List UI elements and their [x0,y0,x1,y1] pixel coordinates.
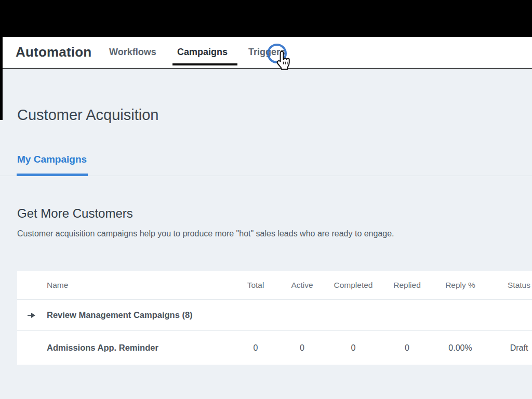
column-header-status: Status [487,281,532,290]
campaign-reply-pct: 0.00% [433,343,487,353]
campaign-name: Admissions App. Reminder [47,343,158,352]
tab-campaigns[interactable]: Campaigns [177,47,228,58]
campaign-name-cell: Admissions App. Reminder [17,343,233,353]
tab-workflows[interactable]: Workflows [109,47,156,58]
section-description: Customer acquisition campaigns help you … [17,229,394,238]
column-header-name: Name [17,281,233,290]
campaign-completed: 0 [326,343,381,353]
app-screen: Automation Workflows Campaigns Triggers … [0,0,532,399]
campaign-total: 0 [233,343,278,353]
section-title: Get More Customers [17,206,133,221]
column-header-reply-pct: Reply % [433,281,487,290]
table-header-row: Name Total Active Completed Replied Repl… [17,271,532,300]
app-title: Automation [16,44,91,60]
campaign-active: 0 [278,343,326,353]
column-header-active: Active [278,281,326,290]
column-header-total: Total [233,281,278,290]
group-row-name-cell: Review Management Campaigns (8) [17,310,233,320]
top-navigation-bar: Automation Workflows Campaigns Triggers [0,37,532,68]
campaign-replied: 0 [381,343,433,353]
column-header-replied: Replied [381,281,433,290]
active-tab-underline [172,63,237,65]
page-title: Customer Acquisition [17,107,158,124]
column-header-completed: Completed [326,281,381,290]
table-row[interactable]: Admissions App. Reminder 0 0 0 0 0.00% D… [17,331,532,365]
tab-triggers[interactable]: Triggers [248,47,285,58]
campaign-status-badge: Draft [487,343,532,353]
group-row-label: Review Management Campaigns (8) [47,310,193,320]
subtab-active-underline [17,174,88,176]
subtab-my-campaigns[interactable]: My Campaigns [17,154,87,165]
left-edge-strip [0,37,3,120]
campaigns-table: Name Total Active Completed Replied Repl… [17,271,532,365]
table-group-row[interactable]: Review Management Campaigns (8) [17,300,532,331]
collapsed-right-arrow-icon[interactable] [28,312,35,318]
